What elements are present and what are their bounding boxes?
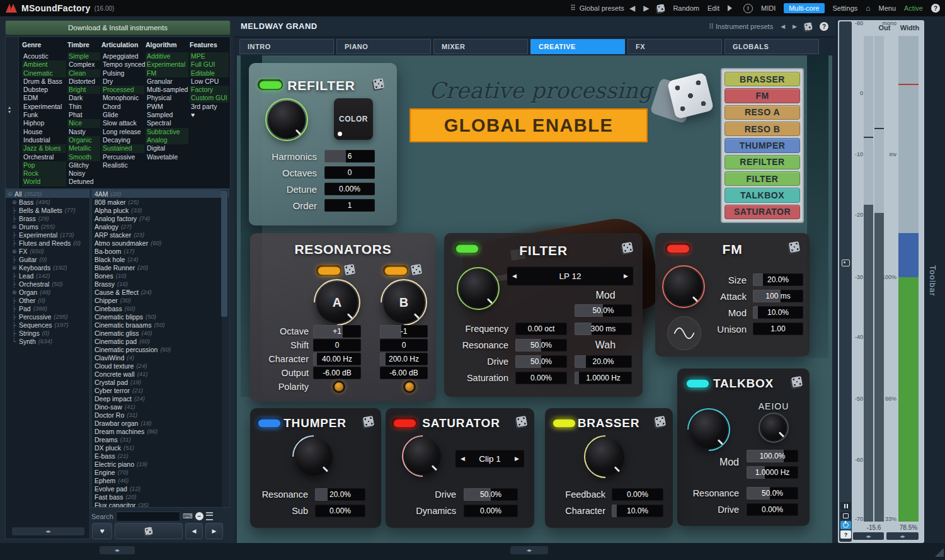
module-list-button[interactable]: RESO B — [724, 122, 800, 136]
category-tree-item[interactable]: ├ Sequences(197) — [6, 321, 89, 329]
preset-list-item[interactable]: Cinematic braaams(50) — [92, 321, 229, 329]
preset-list-item[interactable]: Flux capacitor(35) — [92, 501, 229, 508]
tag-item[interactable]: Phat — [67, 111, 100, 119]
meter-resize-handle[interactable]: ◂▸ — [886, 532, 919, 540]
tag-item[interactable]: Slow attack — [101, 119, 144, 127]
prev-mode-icon[interactable]: ◀ — [507, 273, 522, 279]
param-value-field[interactable]: -6.00 dB — [380, 367, 428, 379]
tag-item[interactable]: Pop — [22, 161, 66, 169]
tag-item[interactable]: Sampled — [146, 111, 188, 119]
color-xy-pad[interactable]: COLOR — [334, 98, 373, 140]
tag-item[interactable]: Complex — [67, 60, 100, 69]
tag-item[interactable]: Dark — [67, 94, 100, 102]
param-value-field[interactable]: 1.0000 Hz — [747, 466, 798, 479]
preset-list-item[interactable]: Cinematic blipps(50) — [92, 312, 229, 321]
param-value-field[interactable]: 0 — [324, 166, 375, 179]
tag-item[interactable]: Distorted — [67, 77, 100, 86]
param-value-field[interactable]: 0.00% — [464, 505, 518, 517]
tag-item[interactable]: Monophonic — [101, 94, 144, 102]
favorite-button[interactable]: ♥ — [92, 523, 112, 539]
keyboard-icon[interactable]: ⌨ — [183, 512, 193, 520]
tag-item[interactable]: ♥ — [190, 111, 229, 119]
tag-item[interactable]: Factory — [190, 86, 229, 94]
tag-scroll-gutter[interactable]: ▴▾ — [6, 37, 19, 188]
module-list-button[interactable]: SATURATOR — [724, 205, 800, 219]
preset-list-item[interactable]: Doctor Ro(31) — [92, 411, 229, 419]
param-value-field[interactable]: 200.0 Hz — [380, 353, 428, 365]
category-tree-item[interactable]: ⊕ Organ(48) — [6, 288, 89, 296]
dice-icon[interactable] — [791, 376, 803, 388]
tag-item[interactable]: Industrial — [22, 136, 66, 144]
tag-item[interactable]: Subtractive — [146, 128, 188, 136]
preset-list-item[interactable]: Crystal pad(19) — [92, 378, 229, 386]
tag-item[interactable]: Granular — [146, 77, 188, 86]
tag-item[interactable]: Glide — [101, 111, 144, 119]
tag-item[interactable]: World — [22, 178, 66, 186]
saturator-mode-selector[interactable]: ◀ Clip 1 ▶ — [455, 450, 524, 467]
tag-item[interactable]: Arpeggiated — [101, 52, 144, 60]
preset-list-item[interactable]: E-bass(21) — [92, 452, 229, 460]
random-preset-button[interactable] — [115, 523, 183, 539]
polarity-b-button[interactable] — [403, 380, 416, 393]
preset-list-item[interactable]: ClaviWind(4) — [92, 353, 229, 362]
editor-tab[interactable]: MIXER — [433, 39, 528, 54]
tag-item[interactable]: Wavetable — [146, 153, 188, 161]
preset-list-item[interactable]: 808 maker(25) — [92, 198, 229, 206]
tag-item[interactable]: Editable — [190, 69, 229, 77]
param-value-field[interactable]: 10.0% — [753, 306, 803, 319]
preset-list-item[interactable]: Evolve pad(12) — [92, 484, 229, 493]
saturator-knob[interactable] — [404, 438, 441, 474]
preset-scrollbar[interactable] — [222, 190, 228, 508]
preset-list-item[interactable]: Dreams(31) — [92, 435, 229, 443]
tag-item[interactable]: Cinematic — [22, 69, 66, 77]
tag-item[interactable]: Chord — [101, 103, 144, 111]
refilter-knob[interactable] — [268, 101, 306, 139]
category-tree-item[interactable]: ⊕ Keyboards(192) — [6, 263, 89, 271]
preset-list-item[interactable]: Chipper(30) — [92, 296, 229, 304]
tag-item[interactable]: Tempo synced — [101, 60, 144, 69]
tag-item[interactable]: Glitchy — [67, 161, 100, 169]
tag-item[interactable]: 3rd party — [190, 103, 229, 111]
preset-list-item[interactable]: Cause & Effect(24) — [92, 288, 229, 296]
random-button[interactable]: Random — [673, 4, 699, 12]
tag-item[interactable]: Hiphop — [22, 119, 66, 127]
dice-icon[interactable] — [516, 416, 528, 428]
clear-filter-icon[interactable]: − — [195, 512, 203, 520]
preset-list-item[interactable]: Dream machines(86) — [92, 427, 229, 435]
preset-list-item[interactable]: ARP stacker(23) — [92, 231, 229, 239]
param-value-field[interactable]: 100 ms — [753, 290, 803, 302]
preset-list-item[interactable]: Cinematic pad(60) — [92, 337, 229, 345]
toolbar-vertical-label[interactable]: Toolbar — [928, 265, 937, 297]
param-value-field[interactable]: +1 — [313, 325, 361, 338]
tag-item[interactable]: Rock — [22, 169, 66, 178]
tag-item[interactable]: Dry — [101, 77, 144, 86]
list-menu-icon[interactable] — [206, 512, 213, 520]
dice-icon[interactable] — [789, 241, 801, 253]
tag-item[interactable]: Experimental — [22, 103, 66, 111]
preset-list-item[interactable]: Electric piano(19) — [92, 460, 229, 468]
resonator-a-toggle[interactable] — [316, 265, 341, 276]
prev-button[interactable]: ◀ — [185, 523, 203, 539]
tag-item[interactable]: Digital — [146, 144, 188, 152]
menu-button[interactable]: Menu — [879, 4, 896, 12]
preset-list-item[interactable]: Brassy(16) — [92, 280, 229, 288]
meter-resize-handle[interactable]: ◂▸ — [853, 532, 884, 540]
midi-button[interactable]: MIDI — [761, 4, 776, 12]
category-tree-item[interactable]: ├ Pad(388) — [6, 304, 89, 312]
resonator-b-toggle[interactable] — [383, 265, 408, 276]
param-value-field[interactable]: 0.00% — [747, 503, 798, 516]
tag-item[interactable]: Noisy — [67, 169, 100, 178]
edit-button[interactable]: Edit — [707, 4, 719, 12]
preset-list-item[interactable]: Atmo soundmaker(60) — [92, 239, 229, 247]
tag-item[interactable]: Low CPU — [190, 77, 229, 86]
category-tree-item[interactable]: ├ Brass(29) — [6, 214, 89, 222]
param-value-field[interactable]: 100.0% — [747, 450, 798, 462]
category-tree-item[interactable]: ├ Guitar(0) — [6, 255, 89, 263]
prev-preset-button[interactable]: ◀ — [629, 4, 635, 13]
category-tree-item[interactable]: ⊕ FX(650) — [6, 247, 89, 255]
preset-list-item[interactable]: Deep impact(24) — [92, 394, 229, 403]
param-value-field[interactable]: 0.00% — [612, 488, 663, 501]
tag-item[interactable]: Analog — [146, 136, 188, 144]
tag-item[interactable]: Nasty — [67, 128, 100, 136]
next-instrument-preset[interactable]: ▶ — [793, 23, 797, 30]
